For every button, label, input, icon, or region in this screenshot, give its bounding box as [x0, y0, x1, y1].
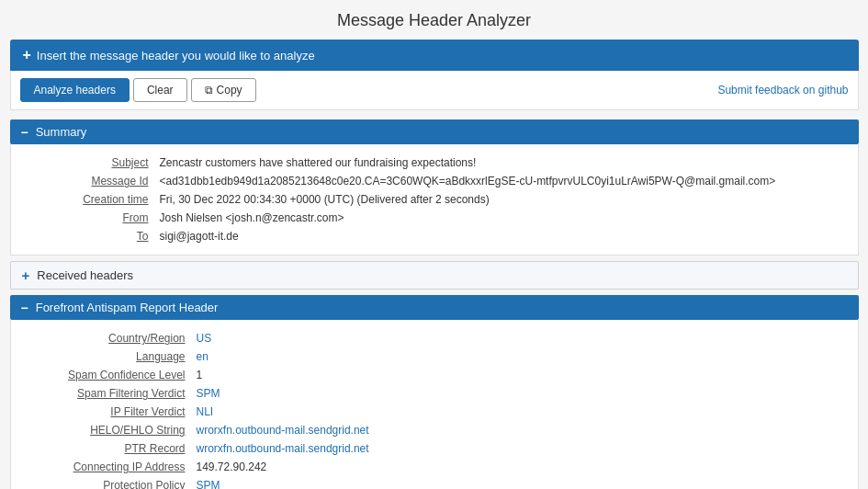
copy-icon: ⧉ [205, 84, 213, 97]
table-row: Language en [26, 347, 843, 366]
ip-filter-label: IP Filter Verdict [26, 403, 191, 421]
forefront-section: − Forefront Antispam Report Header Count… [10, 295, 859, 489]
table-row: Spam Confidence Level 1 [26, 366, 843, 384]
summary-table: Subject Zencastr customers have shattere… [26, 154, 843, 245]
table-row: IP Filter Verdict NLI [26, 403, 843, 421]
subject-value: Zencastr customers have shattered our fu… [154, 154, 843, 172]
spam-filtering-link[interactable]: SPM [197, 387, 220, 400]
banner-text: Insert the message header you would like… [37, 49, 315, 63]
received-headers-title: Received headers [37, 268, 133, 282]
table-row: Protection Policy Category SPM [26, 476, 843, 489]
ptr-link[interactable]: wrorxfn.outbound-mail.sendgrid.net [197, 442, 369, 455]
ptr-value: wrorxfn.outbound-mail.sendgrid.net [191, 439, 843, 458]
clear-button[interactable]: Clear [133, 78, 187, 102]
to-value: sigi@jagott-it.de [154, 227, 843, 245]
language-value: en [191, 347, 843, 366]
message-id-label: Message Id [26, 172, 154, 190]
protection-link[interactable]: SPM [197, 479, 220, 489]
message-id-value: <ad31dbb1edb949d1a2085213648c0e20.CA=3C6… [154, 172, 843, 190]
protection-policy-label: Protection Policy Category [26, 476, 191, 489]
copy-label: Copy [217, 84, 242, 97]
table-row: Subject Zencastr customers have shattere… [26, 154, 843, 172]
forefront-title: Forefront Antispam Report Header [36, 301, 219, 314]
plus-icon: + [23, 47, 31, 63]
country-value: US [191, 329, 843, 347]
table-row: Country/Region US [26, 329, 843, 347]
from-label: From [26, 209, 154, 227]
forefront-content: Country/Region US Language en Spam Confi… [10, 320, 859, 489]
country-label: Country/Region [26, 329, 191, 347]
spam-confidence-label: Spam Confidence Level [26, 366, 191, 384]
page-title: Message Header Analyzer [10, 0, 859, 40]
spam-filtering-label: Spam Filtering Verdict [26, 384, 191, 403]
spam-filtering-value: SPM [191, 384, 843, 403]
copy-button[interactable]: ⧉ Copy [191, 78, 256, 102]
table-row: PTR Record wrorxfn.outbound-mail.sendgri… [26, 439, 843, 458]
table-row: Message Id <ad31dbb1edb949d1a2085213648c… [26, 172, 843, 190]
language-link[interactable]: en [197, 350, 209, 363]
ip-filter-link[interactable]: NLI [197, 405, 214, 418]
forefront-header[interactable]: − Forefront Antispam Report Header [10, 295, 859, 320]
from-value: Josh Nielsen <josh.n@zencastr.com> [154, 209, 843, 227]
table-row: HELO/EHLO String wrorxfn.outbound-mail.s… [26, 421, 843, 439]
summary-header[interactable]: − Summary [10, 119, 859, 144]
creation-time-label: Creation time [26, 190, 154, 209]
toolbar-buttons: Analyze headers Clear ⧉ Copy [20, 78, 256, 102]
creation-time-value: Fri, 30 Dec 2022 00:34:30 +0000 (UTC) (D… [154, 190, 843, 209]
ptr-label: PTR Record [26, 439, 191, 458]
to-label: To [26, 227, 154, 245]
received-headers-section[interactable]: + Received headers [10, 261, 859, 290]
protection-policy-value: SPM [191, 476, 843, 489]
analyze-button[interactable]: Analyze headers [20, 78, 130, 102]
feedback-link[interactable]: Submit feedback on github [717, 84, 848, 97]
summary-section: − Summary Subject Zencastr customers hav… [10, 119, 859, 256]
country-link[interactable]: US [197, 332, 212, 345]
summary-toggle-icon: − [21, 126, 28, 139]
protection-label-text: Protection Policy [103, 479, 185, 489]
language-label: Language [26, 347, 191, 366]
summary-content: Subject Zencastr customers have shattere… [10, 144, 859, 256]
subject-label: Subject [26, 154, 154, 172]
spam-confidence-value: 1 [191, 366, 843, 384]
helo-value: wrorxfn.outbound-mail.sendgrid.net [191, 421, 843, 439]
table-row: To sigi@jagott-it.de [26, 227, 843, 245]
table-row: Connecting IP Address 149.72.90.242 [26, 458, 843, 476]
toolbar: Analyze headers Clear ⧉ Copy Submit feed… [10, 71, 859, 110]
connecting-ip-label: Connecting IP Address [26, 458, 191, 476]
table-row: Creation time Fri, 30 Dec 2022 00:34:30 … [26, 190, 843, 209]
insert-banner: + Insert the message header you would li… [10, 40, 859, 71]
table-row: From Josh Nielsen <josh.n@zencastr.com> [26, 209, 843, 227]
summary-title: Summary [36, 125, 87, 139]
table-row: Spam Filtering Verdict SPM [26, 384, 843, 403]
helo-label: HELO/EHLO String [26, 421, 191, 439]
received-toggle-icon: + [22, 267, 30, 283]
ip-filter-value: NLI [191, 403, 843, 421]
forefront-toggle-icon: − [21, 301, 28, 314]
helo-link[interactable]: wrorxfn.outbound-mail.sendgrid.net [197, 424, 369, 437]
connecting-ip-value: 149.72.90.242 [191, 458, 843, 476]
forefront-table: Country/Region US Language en Spam Confi… [26, 329, 843, 489]
